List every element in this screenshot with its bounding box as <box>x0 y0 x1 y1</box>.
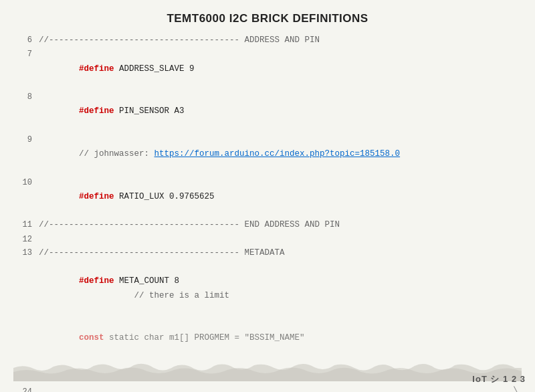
define-meta-body: META_COUNT 8 <box>114 276 180 286</box>
page-container: TEMT6000 I2C BRICK DEFINITIONS 6 //-----… <box>0 0 535 392</box>
code-block-top: 6 //------------------------------------… <box>0 33 535 360</box>
code-line-6: 6 //------------------------------------… <box>13 33 522 47</box>
code-line-24: 24 ╲ <box>13 385 522 392</box>
code-line-12: 12 <box>13 233 522 246</box>
define-kw-7: #define <box>79 64 114 74</box>
define-body-10: RATIO_LUX 0.9765625 <box>114 192 215 201</box>
line-num-10: 10 <box>13 176 32 189</box>
meta-comment: // there is a limit <box>79 291 229 300</box>
define-kw-meta: #define <box>79 276 114 286</box>
watermark: IoT シ 1 2 3 <box>472 373 526 385</box>
define-body-7: ADDRESS_SLAVE 9 <box>114 64 195 74</box>
torn-paper-effect <box>0 363 535 381</box>
code-line-11: 11 //-----------------------------------… <box>13 218 522 232</box>
line-content-torn: const static char m1[] PROGMEM = "BSSIM_… <box>39 317 522 360</box>
define-kw-8: #define <box>79 106 114 116</box>
rip-svg <box>13 363 522 381</box>
line-content-13: //--------------------------------------… <box>39 246 522 260</box>
code-line-8: 8 #define PIN_SENSOR A3 <box>13 90 522 133</box>
code-line-7: 7 #define ADDRESS_SLAVE 9 <box>13 47 522 90</box>
line-num-13: 13 <box>13 246 32 260</box>
define-body-8: PIN_SENSOR A3 <box>114 106 185 116</box>
comment-9: // johnwasser: <box>79 149 154 159</box>
code-line-9: 9 // johnwasser: https://forum.arduino.c… <box>13 133 522 176</box>
code-line-define-meta: 14 #define META_COUNT 8 // there is a li… <box>13 260 522 317</box>
line-content-meta: #define META_COUNT 8 // there is a limit <box>39 260 522 317</box>
line-content-11: //--------------------------------------… <box>39 218 522 232</box>
code-block-bottom: 24 ╲ 25 const static char viz1[] PROGMEM… <box>0 385 535 392</box>
line-content-9: // johnwasser: https://forum.arduino.cc/… <box>39 133 522 176</box>
line-num-6: 6 <box>13 33 32 47</box>
torn-body: static char m1[] PROGMEM = "BSSIM_NAME" <box>104 333 305 342</box>
code-line-torn: 15 const static char m1[] PROGMEM = "BSS… <box>13 317 522 360</box>
line-content-10: #define RATIO_LUX 0.9765625 <box>39 176 522 219</box>
line-num-9: 9 <box>13 133 32 146</box>
forum-link[interactable]: https://forum.arduino.cc/index.php?topic… <box>154 149 401 159</box>
code-line-10: 10 #define RATIO_LUX 0.9765625 <box>13 176 522 219</box>
line-num-12: 12 <box>13 233 32 246</box>
line-num-8: 8 <box>13 90 32 104</box>
line-content-6: //--------------------------------------… <box>39 33 522 47</box>
page-title: TEMT6000 I2C BRICK DEFINITIONS <box>0 0 535 33</box>
line-content-24: ╲ <box>39 385 522 392</box>
code-line-13: 13 //-----------------------------------… <box>13 246 522 260</box>
line-content-7: #define ADDRESS_SLAVE 9 <box>39 47 522 90</box>
define-kw-torn: const <box>79 333 104 342</box>
line-num-11: 11 <box>13 218 32 231</box>
define-kw-10: #define <box>79 192 114 201</box>
line-num-7: 7 <box>13 47 32 61</box>
line-content-8: #define PIN_SENSOR A3 <box>39 90 522 133</box>
line-num-24: 24 <box>13 385 32 392</box>
